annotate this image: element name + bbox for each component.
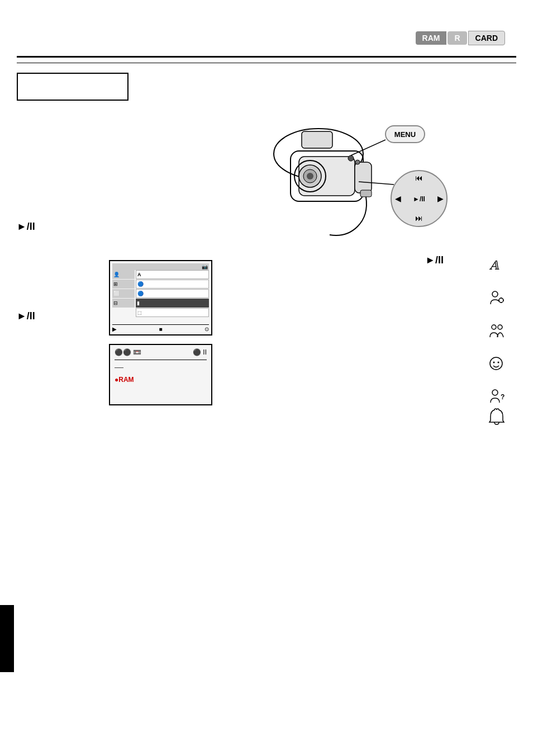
second-rule: [17, 63, 516, 63]
screen-box-top: 📷 👤 ⊞ ⬜ ⊟ A 🔵 🔵 ▮ ⬚ ▶ ■ ⊙: [109, 260, 212, 336]
chapter-box: [17, 73, 129, 101]
svg-text:𝔸: 𝔸: [489, 258, 499, 272]
annotation-icon-bell: [488, 408, 505, 429]
screen-line: [115, 360, 207, 360]
annotation-icon-person-question: ?: [488, 388, 505, 405]
svg-text:▶: ▶: [437, 194, 444, 203]
svg-point-24: [499, 298, 503, 303]
screen-bottom-row1: ⚫⚫ 📼 ⚫ II: [115, 348, 207, 356]
svg-point-29: [492, 325, 496, 329]
ram-text: ●RAM: [115, 376, 134, 384]
svg-point-32: [493, 362, 495, 363]
svg-text:MENU: MENU: [394, 130, 416, 139]
play-pause-left2: ►/II: [17, 310, 35, 322]
svg-point-10: [348, 155, 354, 161]
svg-text:◀: ◀: [395, 194, 401, 203]
svg-text:?: ?: [501, 393, 505, 401]
screen-top-content: 📷 👤 ⊞ ⬜ ⊟ A 🔵 🔵 ▮ ⬚ ▶ ■ ⊙: [110, 261, 211, 334]
screen-icon-camera: 📷: [202, 264, 208, 270]
badge-r: R: [448, 31, 467, 45]
top-rule: [17, 56, 516, 58]
svg-line-12: [351, 140, 386, 155]
right-annotations: 𝔸 ?: [488, 257, 505, 405]
screen-cell-r3: 🔵: [136, 289, 209, 298]
badge-ram: RAM: [416, 31, 447, 45]
svg-point-30: [498, 325, 502, 329]
badge-card: CARD: [468, 31, 505, 45]
screen-cell-r4: ▮: [136, 299, 209, 308]
screen-record-pause: ⚫ II: [193, 348, 207, 356]
screen-cell-4: ⊟: [112, 299, 135, 308]
svg-point-23: [492, 291, 498, 297]
camera-illustration: MENU ⏮ ◀ ►/II ▶ ⏭: [212, 98, 453, 254]
annotation-icon-face: [488, 356, 505, 371]
screen-ram-label: ●RAM: [115, 376, 207, 384]
screen-cell-2: ⊞: [112, 280, 135, 289]
svg-point-33: [498, 362, 499, 363]
screen-box-bottom: ⚫⚫ 📼 ⚫ II — ●RAM: [109, 344, 212, 405]
svg-text:►/II: ►/II: [413, 195, 425, 203]
screen-icons-left: ⚫⚫ 📼: [115, 348, 141, 356]
screen-cell-3: ⬜: [112, 289, 135, 298]
svg-rect-9: [360, 190, 372, 197]
annotation-icon-two-persons: [488, 323, 505, 339]
svg-point-11: [355, 160, 360, 164]
screen-stop-icon: ■: [159, 326, 162, 332]
header-badges: RAM R CARD: [416, 31, 505, 45]
annotation-icon-A: 𝔸: [488, 257, 505, 273]
svg-point-34: [492, 390, 498, 395]
play-pause-mid: ►/II: [425, 254, 444, 266]
annotation-icon-person-tools: [488, 290, 505, 306]
play-pause-left: ►/II: [17, 221, 35, 233]
screen-cell-r2: 🔵: [136, 280, 209, 289]
screen-bottom-row2: —: [115, 362, 207, 372]
svg-text:⏮: ⏮: [415, 173, 423, 182]
svg-rect-8: [302, 131, 332, 148]
bottom-tab: [0, 605, 14, 672]
screen-cell-r5: ⬚: [136, 308, 209, 317]
screen-cell-r1: A: [136, 270, 209, 279]
svg-point-6: [307, 173, 313, 179]
svg-text:⏭: ⏭: [415, 214, 423, 223]
screen-bottom-bar: ▶ ■ ⊙: [112, 324, 209, 332]
svg-rect-7: [355, 162, 372, 193]
screen-play-icon: ▶: [112, 326, 117, 332]
screen-bottom-content: ⚫⚫ 📼 ⚫ II — ●RAM: [110, 345, 211, 404]
screen-record-icon: ⊙: [204, 326, 209, 332]
svg-point-31: [490, 357, 502, 370]
screen-dash: —: [115, 362, 123, 372]
screen-cell-1: 👤: [112, 270, 135, 279]
